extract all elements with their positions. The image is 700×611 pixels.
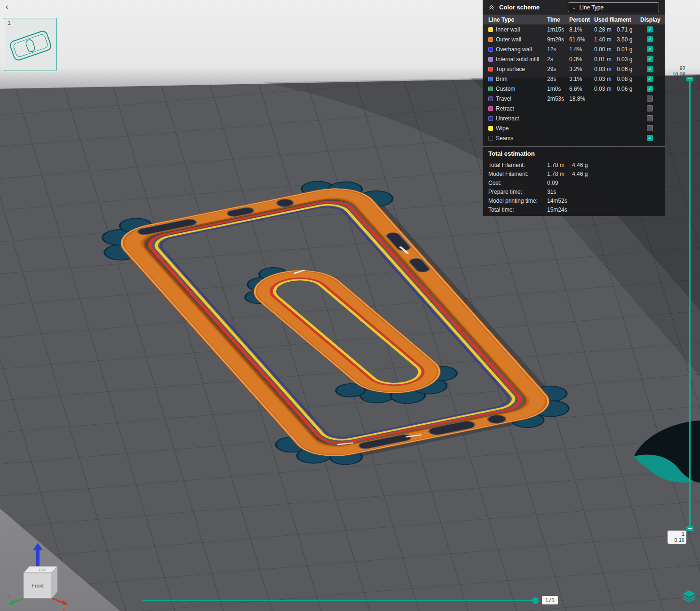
table-row: Overhang wall 12s 1.4% 0.00 m 0.01 g (483, 44, 665, 54)
col-percent: Percent (569, 16, 594, 23)
display-checkbox[interactable] (647, 86, 653, 92)
total-label: Total Filament: (488, 162, 547, 168)
total-row: Total time: 15m24s (488, 205, 659, 214)
used-g-cell: 0.06 g (617, 86, 640, 92)
total-label: Total time: (488, 206, 547, 213)
time-cell: 9m29s (547, 36, 569, 43)
table-row: Travel 2m53s 18.8% (483, 94, 665, 103)
percent-cell: 18.8% (569, 95, 594, 102)
time-cell: 1m15s (547, 26, 569, 33)
percent-cell: 3.1% (569, 76, 594, 82)
total-label: Model printing time: (488, 198, 547, 204)
layers-icon (682, 589, 696, 603)
line-type-label: Outer wall (496, 36, 521, 43)
line-type-label: Custom (496, 86, 515, 92)
total-label: Model Filament: (488, 171, 547, 177)
table-row: Top surface 29s 3.2% 0.03 m 0.06 g (483, 64, 665, 74)
used-g-cell: 0.08 g (617, 76, 640, 82)
used-g-cell: 0.71 g (617, 26, 640, 33)
total-row: Total Filament: 1.78 m 4.46 g (488, 160, 659, 169)
y-axis-label: y (7, 593, 11, 599)
time-cell: 2s (547, 56, 569, 63)
total-value: 14m52s (547, 198, 572, 204)
display-checkbox[interactable] (647, 95, 653, 102)
collapse-sidebar-button[interactable]: ‹ (2, 1, 12, 12)
collapse-panel-icon[interactable] (488, 4, 495, 11)
used-m-cell: 0.00 m (594, 46, 617, 53)
used-g-cell: 0.01 g (617, 46, 640, 53)
layer-slider-bottom-label: 1 0.16 (668, 531, 686, 544)
line-type-swatch (488, 47, 493, 52)
display-checkbox[interactable] (647, 76, 653, 82)
total-row: Cost: 0.09 (488, 178, 659, 187)
dropdown-value: Line Type (579, 4, 604, 11)
table-row: Wipe (483, 123, 665, 133)
plate-thumbnail[interactable]: 1 (4, 18, 57, 71)
orientation-gizmo[interactable]: TOP Front x y (3, 542, 73, 611)
layer-slider-bottom-handle[interactable] (686, 526, 693, 531)
layer-slider-top-label: 92 10.08 (665, 65, 685, 78)
display-checkbox[interactable] (647, 66, 653, 72)
line-type-swatch (488, 67, 493, 71)
step-slider-handle[interactable] (532, 597, 539, 604)
line-type-label: Travel (496, 95, 511, 102)
display-checkbox[interactable] (647, 115, 653, 121)
line-type-swatch (488, 106, 493, 111)
plate-thumbnail-preview (4, 18, 56, 71)
x-axis-arrowhead (63, 600, 68, 605)
layer-slider-track[interactable] (689, 80, 691, 528)
table-row: Brim 28s 3.1% 0.03 m 0.08 g (483, 74, 665, 84)
z-axis-arrowhead (33, 543, 43, 550)
top-layer-height: 10.08 (665, 71, 685, 78)
total-row: Model printing time: 14m52s (488, 196, 659, 205)
display-checkbox[interactable] (647, 135, 653, 141)
table-row: Outer wall 9m29s 61.6% 1.40 m 3.50 g (483, 34, 665, 44)
total-value: 31s (547, 189, 572, 195)
line-type-label: Brim (496, 76, 508, 82)
total-value: 15m24s (547, 206, 572, 213)
x-axis-arrow (52, 598, 64, 603)
top-layer-number: 92 (665, 65, 685, 71)
line-type-label: Overhang wall (496, 46, 532, 53)
line-type-swatch (488, 116, 493, 121)
used-m-cell: 0.03 m (594, 76, 617, 82)
percent-cell: 3.2% (569, 66, 594, 72)
bottom-layer-height: 0.16 (669, 537, 684, 543)
panel-title: Color scheme (499, 4, 540, 11)
step-slider-track[interactable] (143, 600, 536, 601)
table-row: Custom 1m0s 6.6% 0.03 m 0.06 g (483, 84, 665, 94)
y-axis-arrow (12, 598, 24, 603)
display-checkbox[interactable] (647, 125, 653, 131)
display-checkbox[interactable] (647, 26, 653, 32)
used-g-cell: 0.06 g (617, 66, 640, 72)
total-value: 1.78 m (547, 171, 572, 177)
percent-cell: 6.6% (569, 86, 594, 92)
line-type-swatch (488, 136, 493, 141)
line-type-swatch (488, 87, 493, 91)
line-type-swatch (488, 77, 493, 81)
display-checkbox[interactable] (647, 36, 653, 42)
table-row: Internal solid infill 2s 0.3% 0.01 m 0.0… (483, 54, 665, 64)
layer-slider-top-handle[interactable] (686, 77, 693, 81)
layers-view-button[interactable] (682, 589, 696, 603)
total-value: 1.78 m (547, 162, 572, 168)
total-estimation: Total estimation Total Filament: 1.78 m … (483, 146, 665, 214)
display-checkbox[interactable] (647, 46, 653, 52)
line-type-label: Unretract (496, 115, 519, 122)
line-type-swatch (488, 96, 493, 101)
line-type-swatch (488, 57, 493, 62)
panel-header: Color scheme ⌄ Line Type (483, 0, 665, 15)
display-checkbox[interactable] (647, 56, 653, 62)
total-value-2: 4.46 g (572, 171, 659, 177)
line-type-label: Inner wall (496, 26, 520, 33)
plate-number: 1 (8, 20, 11, 26)
total-row: Prepare time: 31s (488, 187, 659, 196)
table-header: Line Type Time Percent Used filament Dis… (483, 15, 665, 24)
display-checkbox[interactable] (647, 105, 653, 111)
bottom-layer-number: 1 (669, 531, 684, 537)
time-cell: 1m0s (547, 86, 569, 92)
time-cell: 29s (547, 66, 569, 72)
gizmo-top-label: TOP (39, 568, 46, 572)
color-scheme-dropdown[interactable]: ⌄ Line Type (568, 2, 659, 12)
table-row: Inner wall 1m15s 8.1% 0.28 m 0.71 g (483, 24, 665, 34)
